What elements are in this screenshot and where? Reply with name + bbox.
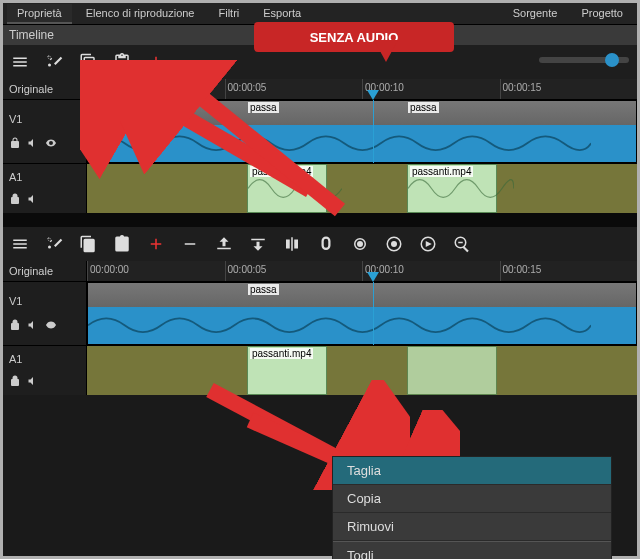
ruler-tick: 00:00:10 [362, 79, 500, 99]
annotation-callout: SENZA AUDIO [254, 22, 454, 52]
svg-point-0 [357, 241, 363, 247]
ruler-source-label: Originale [3, 79, 87, 99]
annotation-arrow [120, 60, 370, 240]
clip-label: passanti.mp4 [250, 348, 313, 359]
clip-label: passa [408, 102, 439, 113]
time-ruler-lower[interactable]: 00:00:00 00:00:05 00:00:10 00:00:15 [87, 261, 637, 281]
clip-label: passa [248, 284, 279, 295]
ripple-icon[interactable] [385, 235, 403, 253]
track-a1-label: A1 [9, 353, 22, 365]
zoom-slider[interactable] [539, 57, 629, 63]
lock-icon[interactable] [9, 137, 21, 151]
ruler-tick: 00:00:00 [87, 261, 225, 281]
ruler-tick: 00:00:10 [362, 261, 500, 281]
lock-icon[interactable] [9, 375, 21, 389]
ctx-lift[interactable]: Togli [333, 541, 611, 559]
playhead-upper[interactable] [373, 100, 374, 163]
context-menu: Taglia Copia Rimuovi Togli Sostituisci [332, 456, 612, 559]
ruler-source-label: Originale [3, 261, 87, 281]
tab-project[interactable]: Progetto [571, 4, 633, 24]
tab-properties[interactable]: Proprietà [7, 4, 72, 24]
svg-point-2 [391, 241, 397, 247]
menu-icon[interactable] [11, 53, 29, 71]
mute-icon[interactable] [27, 319, 39, 333]
eye-icon[interactable] [45, 319, 57, 333]
cut-icon[interactable] [45, 53, 63, 71]
ripple-all-icon[interactable] [419, 235, 437, 253]
zoom-out-icon[interactable] [453, 235, 471, 253]
ruler-tick: 00:00:05 [225, 261, 363, 281]
track-v1-body-lower[interactable]: passa [87, 282, 637, 345]
lock-icon[interactable] [9, 319, 21, 333]
ruler-tick: 00:00:15 [500, 261, 638, 281]
track-v1-label: V1 [9, 295, 22, 307]
ctx-remove[interactable]: Rimuovi [333, 513, 611, 541]
track-v1-label: V1 [9, 113, 22, 125]
tab-filters[interactable]: Filtri [209, 4, 250, 24]
tab-source[interactable]: Sorgente [503, 4, 568, 24]
tab-playlist[interactable]: Elenco di riproduzione [76, 4, 205, 24]
track-a1-label: A1 [9, 171, 22, 183]
mute-icon[interactable] [27, 375, 39, 389]
ruler-tick: 00:00:15 [500, 79, 638, 99]
lock-icon[interactable] [9, 193, 21, 207]
mute-icon[interactable] [27, 193, 39, 207]
ctx-cut[interactable]: Taglia [333, 457, 611, 485]
mute-icon[interactable] [27, 137, 39, 151]
cut-icon[interactable] [45, 235, 63, 253]
tab-export[interactable]: Esporta [253, 4, 311, 24]
menu-icon[interactable] [11, 235, 29, 253]
ctx-copy[interactable]: Copia [333, 485, 611, 513]
playhead-lower[interactable] [373, 282, 374, 345]
eye-icon[interactable] [45, 137, 57, 151]
